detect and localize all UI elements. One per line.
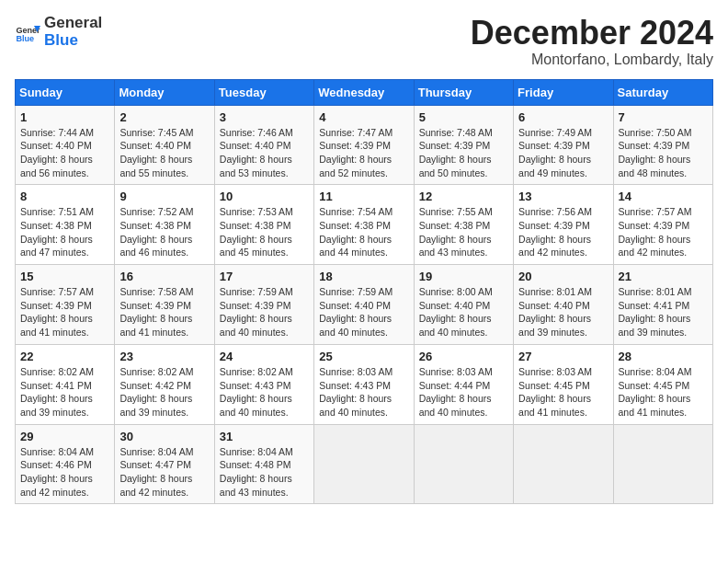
day-number: 9 <box>119 190 209 203</box>
calendar-week-row: 22Sunrise: 8:02 AMSunset: 4:41 PMDayligh… <box>16 344 713 424</box>
day-detail: Sunrise: 7:57 AMSunset: 4:39 PMDaylight:… <box>619 205 708 259</box>
calendar-cell: 9Sunrise: 7:52 AMSunset: 4:38 PMDaylight… <box>115 185 214 265</box>
calendar-cell: 13Sunrise: 7:56 AMSunset: 4:39 PMDayligh… <box>514 185 613 265</box>
calendar-table: Sunday Monday Tuesday Wednesday Thursday… <box>15 79 713 505</box>
calendar-cell: 3Sunrise: 7:46 AMSunset: 4:40 PMDaylight… <box>214 105 313 185</box>
day-number: 10 <box>220 190 309 203</box>
calendar-cell: 29Sunrise: 8:04 AMSunset: 4:46 PMDayligh… <box>16 424 115 504</box>
calendar-week-row: 29Sunrise: 8:04 AMSunset: 4:46 PMDayligh… <box>16 424 713 504</box>
day-number: 19 <box>419 270 508 283</box>
day-number: 3 <box>220 110 309 124</box>
day-detail: Sunrise: 7:49 AMSunset: 4:39 PMDaylight:… <box>518 126 608 180</box>
day-detail: Sunrise: 7:47 AMSunset: 4:39 PMDaylight:… <box>319 126 408 180</box>
calendar-cell: 14Sunrise: 7:57 AMSunset: 4:39 PMDayligh… <box>613 185 712 265</box>
day-detail: Sunrise: 8:01 AMSunset: 4:41 PMDaylight:… <box>619 285 708 339</box>
day-number: 21 <box>619 270 708 283</box>
day-number: 8 <box>20 190 109 203</box>
day-detail: Sunrise: 8:03 AMSunset: 4:45 PMDaylight:… <box>518 365 608 419</box>
calendar-cell <box>314 424 414 504</box>
day-detail: Sunrise: 7:48 AMSunset: 4:39 PMDaylight:… <box>419 126 508 180</box>
day-number: 2 <box>119 110 209 124</box>
calendar-cell: 12Sunrise: 7:55 AMSunset: 4:38 PMDayligh… <box>414 185 513 265</box>
calendar-cell: 30Sunrise: 8:04 AMSunset: 4:47 PMDayligh… <box>115 424 214 504</box>
calendar-cell: 19Sunrise: 8:00 AMSunset: 4:40 PMDayligh… <box>414 265 513 345</box>
calendar-week-row: 1Sunrise: 7:44 AMSunset: 4:40 PMDaylight… <box>16 105 713 185</box>
col-tuesday: Tuesday <box>214 79 313 105</box>
calendar-cell: 28Sunrise: 8:04 AMSunset: 4:45 PMDayligh… <box>613 344 712 424</box>
day-detail: Sunrise: 8:01 AMSunset: 4:40 PMDaylight:… <box>518 285 608 339</box>
day-number: 15 <box>20 270 109 283</box>
col-saturday: Saturday <box>613 79 712 105</box>
col-monday: Monday <box>115 79 214 105</box>
day-detail: Sunrise: 8:03 AMSunset: 4:44 PMDaylight:… <box>419 365 508 419</box>
calendar-cell: 24Sunrise: 8:02 AMSunset: 4:43 PMDayligh… <box>214 344 313 424</box>
day-number: 13 <box>518 190 608 203</box>
day-number: 17 <box>220 270 309 283</box>
day-number: 20 <box>518 270 608 283</box>
day-number: 22 <box>20 350 109 363</box>
day-number: 16 <box>119 270 209 283</box>
day-detail: Sunrise: 8:04 AMSunset: 4:47 PMDaylight:… <box>119 445 209 500</box>
day-number: 28 <box>619 350 708 363</box>
col-friday: Friday <box>514 79 613 105</box>
day-number: 23 <box>119 350 209 363</box>
day-detail: Sunrise: 7:56 AMSunset: 4:39 PMDaylight:… <box>518 205 608 259</box>
day-number: 29 <box>20 430 109 443</box>
day-detail: Sunrise: 7:44 AMSunset: 4:40 PMDaylight:… <box>20 126 109 180</box>
calendar-header-row: Sunday Monday Tuesday Wednesday Thursday… <box>16 79 713 105</box>
calendar-cell: 6Sunrise: 7:49 AMSunset: 4:39 PMDaylight… <box>514 105 613 185</box>
page-header: General Blue General Blue December 2024 … <box>15 15 713 68</box>
day-detail: Sunrise: 8:00 AMSunset: 4:40 PMDaylight:… <box>419 285 508 339</box>
month-title: December 2024 <box>471 15 713 52</box>
calendar-cell <box>514 424 613 504</box>
calendar-cell: 5Sunrise: 7:48 AMSunset: 4:39 PMDaylight… <box>414 105 513 185</box>
day-detail: Sunrise: 7:57 AMSunset: 4:39 PMDaylight:… <box>20 285 109 339</box>
calendar-cell: 2Sunrise: 7:45 AMSunset: 4:40 PMDaylight… <box>115 105 214 185</box>
day-number: 18 <box>319 270 408 283</box>
day-number: 24 <box>220 350 309 363</box>
day-number: 5 <box>419 110 508 124</box>
calendar-cell: 16Sunrise: 7:58 AMSunset: 4:39 PMDayligh… <box>115 265 214 345</box>
calendar-cell: 31Sunrise: 8:04 AMSunset: 4:48 PMDayligh… <box>214 424 313 504</box>
logo-general-text: General <box>44 15 102 32</box>
calendar-cell: 7Sunrise: 7:50 AMSunset: 4:39 PMDaylight… <box>613 105 712 185</box>
calendar-cell: 23Sunrise: 8:02 AMSunset: 4:42 PMDayligh… <box>115 344 214 424</box>
col-wednesday: Wednesday <box>314 79 414 105</box>
calendar-cell: 20Sunrise: 8:01 AMSunset: 4:40 PMDayligh… <box>514 265 613 345</box>
day-detail: Sunrise: 8:02 AMSunset: 4:42 PMDaylight:… <box>119 365 209 419</box>
calendar-cell: 15Sunrise: 7:57 AMSunset: 4:39 PMDayligh… <box>16 265 115 345</box>
calendar-cell <box>414 424 513 504</box>
svg-text:Blue: Blue <box>16 33 34 42</box>
calendar-cell: 18Sunrise: 7:59 AMSunset: 4:40 PMDayligh… <box>314 265 414 345</box>
day-detail: Sunrise: 7:45 AMSunset: 4:40 PMDaylight:… <box>119 126 209 180</box>
day-number: 25 <box>319 350 408 363</box>
calendar-cell: 21Sunrise: 8:01 AMSunset: 4:41 PMDayligh… <box>613 265 712 345</box>
day-detail: Sunrise: 7:59 AMSunset: 4:39 PMDaylight:… <box>220 285 309 339</box>
calendar-week-row: 8Sunrise: 7:51 AMSunset: 4:38 PMDaylight… <box>16 185 713 265</box>
day-detail: Sunrise: 7:59 AMSunset: 4:40 PMDaylight:… <box>319 285 408 339</box>
calendar-cell: 27Sunrise: 8:03 AMSunset: 4:45 PMDayligh… <box>514 344 613 424</box>
logo-blue-text: Blue <box>44 32 102 50</box>
calendar-cell: 4Sunrise: 7:47 AMSunset: 4:39 PMDaylight… <box>314 105 414 185</box>
calendar-cell: 8Sunrise: 7:51 AMSunset: 4:38 PMDaylight… <box>16 185 115 265</box>
calendar-cell: 17Sunrise: 7:59 AMSunset: 4:39 PMDayligh… <box>214 265 313 345</box>
day-number: 7 <box>619 110 708 124</box>
day-detail: Sunrise: 8:04 AMSunset: 4:46 PMDaylight:… <box>20 445 109 500</box>
day-detail: Sunrise: 8:02 AMSunset: 4:41 PMDaylight:… <box>20 365 109 419</box>
day-detail: Sunrise: 7:46 AMSunset: 4:40 PMDaylight:… <box>220 126 309 180</box>
day-number: 1 <box>20 110 109 124</box>
day-detail: Sunrise: 8:04 AMSunset: 4:48 PMDaylight:… <box>220 445 309 500</box>
col-thursday: Thursday <box>414 79 513 105</box>
calendar-cell: 1Sunrise: 7:44 AMSunset: 4:40 PMDaylight… <box>16 105 115 185</box>
day-detail: Sunrise: 7:50 AMSunset: 4:39 PMDaylight:… <box>619 126 708 180</box>
day-detail: Sunrise: 8:02 AMSunset: 4:43 PMDaylight:… <box>220 365 309 419</box>
day-detail: Sunrise: 7:54 AMSunset: 4:38 PMDaylight:… <box>319 205 408 259</box>
day-detail: Sunrise: 8:03 AMSunset: 4:43 PMDaylight:… <box>319 365 408 419</box>
day-detail: Sunrise: 7:52 AMSunset: 4:38 PMDaylight:… <box>119 205 209 259</box>
day-number: 12 <box>419 190 508 203</box>
day-detail: Sunrise: 7:55 AMSunset: 4:38 PMDaylight:… <box>419 205 508 259</box>
day-detail: Sunrise: 8:04 AMSunset: 4:45 PMDaylight:… <box>619 365 708 419</box>
logo-icon: General Blue <box>15 19 40 45</box>
title-block: December 2024 Montorfano, Lombardy, Ital… <box>471 15 713 68</box>
day-number: 11 <box>319 190 408 203</box>
